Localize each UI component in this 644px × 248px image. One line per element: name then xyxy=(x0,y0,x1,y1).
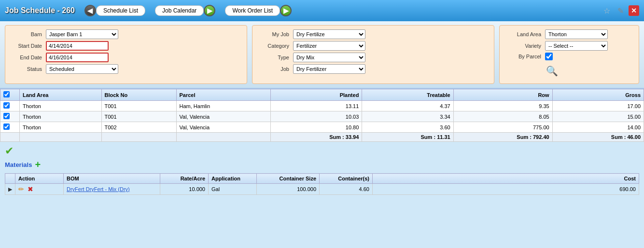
expand-arrow[interactable]: ▶ xyxy=(5,184,15,195)
status-select[interactable]: Scheduled xyxy=(46,64,118,74)
job-select[interactable]: Dry Fertilizer xyxy=(293,64,365,74)
form-middle-section: My Job Dry Fertilize Category Fertilizer… xyxy=(252,25,494,84)
mat-col-action: Action xyxy=(15,174,64,184)
variety-row: Variety -- Select -- xyxy=(504,41,634,51)
mat-action-cell: ✏ ✖ xyxy=(15,184,64,195)
row-checkbox-cell[interactable] xyxy=(0,122,20,133)
job-calendar-label[interactable]: Job Calendar xyxy=(155,5,204,16)
row-parcel: Val, Valencia xyxy=(176,122,271,133)
checkmark-icon[interactable]: ✔ xyxy=(5,145,639,157)
mat-col-bom: BOM xyxy=(64,174,160,184)
row-checkbox[interactable] xyxy=(3,124,10,130)
row-gross: 14.00 xyxy=(552,122,644,133)
mat-col-rate: Rate/Acre xyxy=(160,174,209,184)
bottom-section: ✔ Materials + Action BOM Rate/Acre Appli… xyxy=(0,142,644,198)
row-treatable: 3.34 xyxy=(362,111,453,122)
col-planted: Planted xyxy=(271,89,362,101)
row-gross: 17.00 xyxy=(552,101,644,111)
sum-row: Sum : 792.40 xyxy=(453,133,552,142)
end-date-row: End Date xyxy=(10,53,242,62)
job-row: Job Dry Fertilizer xyxy=(257,64,489,74)
table-row: Thorton T001 Val, Valencia 10.03 3.34 8.… xyxy=(0,111,644,122)
row-planted: 13.11 xyxy=(271,101,362,111)
my-job-select[interactable]: Dry Fertilize xyxy=(293,29,365,39)
land-area-table: Land Area Block No Parcel Planted Treata… xyxy=(0,89,644,142)
barn-select[interactable]: Jasper Barn 1 xyxy=(46,29,118,39)
col-land-area: Land Area xyxy=(20,89,102,101)
add-material-icon[interactable]: + xyxy=(35,159,41,170)
search-icon[interactable]: 🔍 xyxy=(545,64,559,78)
mat-bom-cell: DryFert DryFert - Mix (Dry) xyxy=(64,184,160,195)
bom-link[interactable]: DryFert DryFert - Mix (Dry) xyxy=(67,186,130,192)
by-parcel-checkbox[interactable] xyxy=(545,53,553,60)
schedule-list-nav[interactable]: ◀ Schedule List xyxy=(84,5,145,16)
work-order-list-right-arrow[interactable]: ▶ xyxy=(280,5,292,16)
mat-col-cost: Cost xyxy=(373,174,639,184)
land-area-label: Land Area xyxy=(504,31,543,37)
sum-treatable: Sum : 11.31 xyxy=(362,133,453,142)
page-title: Job Schedule - 260 xyxy=(5,6,75,15)
category-row: Category Fertilizer xyxy=(257,41,489,51)
start-date-row: Start Date xyxy=(10,41,242,51)
row-row: 8.05 xyxy=(453,111,552,122)
type-label: Type xyxy=(257,55,291,60)
my-job-row: My Job Dry Fertilize xyxy=(257,29,489,39)
status-label: Status xyxy=(10,66,44,72)
status-row: Status Scheduled xyxy=(10,64,242,74)
row-parcel: Val, Valencia xyxy=(176,111,271,122)
land-area-select[interactable]: Thorton xyxy=(545,29,608,39)
row-treatable: 4.37 xyxy=(362,101,453,111)
row-checkbox[interactable] xyxy=(3,102,10,109)
close-icon[interactable]: ✕ xyxy=(629,5,639,16)
barn-label: Barn xyxy=(10,31,44,37)
job-calendar-right-arrow[interactable]: ▶ xyxy=(204,5,215,16)
row-block-no: T001 xyxy=(101,101,176,111)
mat-col-containers: Container(s) xyxy=(320,174,373,184)
edit-icon[interactable]: ✎ xyxy=(615,5,626,16)
job-calendar-nav[interactable]: Job Calendar ▶ xyxy=(155,5,215,16)
edit-button[interactable]: ✏ xyxy=(18,185,24,193)
category-label: Category xyxy=(257,43,291,49)
mat-containers-cell: 4.60 xyxy=(320,184,373,195)
star-icon[interactable]: ☆ xyxy=(602,5,612,16)
schedule-list-left-arrow[interactable]: ◀ xyxy=(84,5,96,16)
variety-label: Variety xyxy=(504,43,543,49)
start-date-input[interactable] xyxy=(46,41,109,51)
form-left-section: Barn Jasper Barn 1 Start Date End Date S… xyxy=(5,25,247,84)
work-order-list-label[interactable]: Work Order List xyxy=(225,5,280,16)
job-label: Job xyxy=(257,66,291,72)
row-land-area: Thorton xyxy=(20,122,102,133)
list-item: ▶ ✏ ✖ DryFert DryFert - Mix (Dry) 10.000… xyxy=(5,184,639,195)
my-job-label: My Job xyxy=(257,31,291,37)
start-date-label: Start Date xyxy=(10,43,44,49)
materials-label: Materials xyxy=(5,161,32,168)
work-order-list-nav[interactable]: Work Order List ▶ xyxy=(225,5,292,16)
row-land-area: Thorton xyxy=(20,101,102,111)
row-block-no: T001 xyxy=(101,111,176,122)
col-treatable: Treatable xyxy=(362,89,453,101)
by-parcel-label: By Parcel xyxy=(504,54,543,59)
row-row: 775.00 xyxy=(453,122,552,133)
type-select[interactable]: Dry Mix xyxy=(293,53,365,62)
row-checkbox[interactable] xyxy=(3,113,10,119)
category-select[interactable]: Fertilizer xyxy=(293,41,365,51)
row-checkbox-cell[interactable] xyxy=(0,111,20,122)
land-area-row: Land Area Thorton xyxy=(504,29,634,39)
select-all-checkbox[interactable] xyxy=(3,91,10,97)
col-block-no: Block No xyxy=(101,89,176,101)
delete-button[interactable]: ✖ xyxy=(28,185,33,193)
end-date-input[interactable] xyxy=(46,53,109,62)
mat-col-container-size: Container Size xyxy=(257,174,320,184)
col-parcel: Parcel xyxy=(176,89,271,101)
row-row: 9.35 xyxy=(453,101,552,111)
row-treatable: 3.60 xyxy=(362,122,453,133)
schedule-list-label[interactable]: Schedule List xyxy=(96,5,145,16)
variety-select[interactable]: -- Select -- xyxy=(545,41,608,51)
header-icons: ☆ ✎ ✕ xyxy=(602,5,639,16)
sum-gross: Sum : 46.00 xyxy=(552,133,644,142)
row-checkbox-cell[interactable] xyxy=(0,101,20,111)
materials-header: Materials + xyxy=(5,159,639,170)
sum-planted: Sum : 33.94 xyxy=(271,133,362,142)
table-row: Thorton T001 Ham, Hamlin 13.11 4.37 9.35… xyxy=(0,101,644,111)
materials-table: Action BOM Rate/Acre Application Contain… xyxy=(5,173,639,195)
